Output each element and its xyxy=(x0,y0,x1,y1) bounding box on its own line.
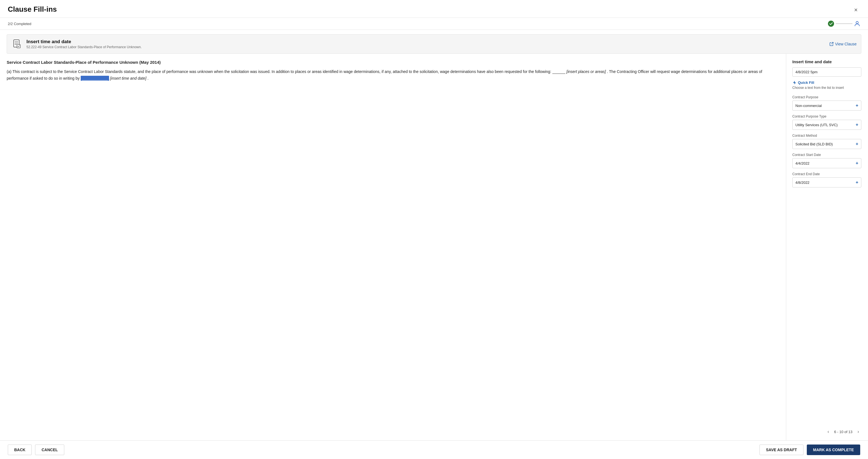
back-button[interactable]: BACK xyxy=(8,444,32,455)
quick-fill-section: Quick Fill Choose a text from the list t… xyxy=(792,81,861,93)
footer-right: SAVE AS DRAFT MARK AS COMPLETE xyxy=(760,444,860,455)
contract-purpose-value: Non-commercial xyxy=(796,104,822,108)
body-before: (a) This contract is subject to the Serv… xyxy=(7,69,565,74)
contract-method-dropdown[interactable]: Solicited Bid (SLD BID) + xyxy=(792,139,861,149)
contract-end-date-plus-icon: + xyxy=(856,180,858,185)
progress-check-icon xyxy=(828,21,834,27)
person-icon xyxy=(854,21,860,27)
pagination-prev[interactable]: ‹ xyxy=(825,429,831,435)
modal-title: Clause Fill-ins xyxy=(8,5,57,13)
contract-method-section: Contract Method Solicited Bid (SLD BID) … xyxy=(792,134,861,153)
italic-places: [insert places or areas] xyxy=(566,69,606,74)
contract-end-date-value: 4/8/2022 xyxy=(796,180,810,185)
clause-card-info: Insert time and date 52.222-49 Service C… xyxy=(26,39,142,49)
quick-fill-desc: Choose a text from the list to insert xyxy=(792,86,861,90)
clause-card-subtitle: 52.222-49 Service Contract Labor Standar… xyxy=(26,45,142,49)
close-icon[interactable]: × xyxy=(854,6,860,12)
document-icon xyxy=(11,38,23,50)
contract-purpose-type-label: Contract Purpose Type xyxy=(792,114,861,118)
progress-label: 2/2 Completed xyxy=(8,22,31,26)
contract-start-date-section: Contract Start Date 4/4/2022 + xyxy=(792,153,861,172)
contract-purpose-dropdown[interactable]: Non-commercial + xyxy=(792,101,861,111)
contract-purpose-type-dropdown[interactable]: Utility Services (UTL SVC) + xyxy=(792,120,861,130)
cancel-button[interactable]: CANCEL xyxy=(35,444,64,455)
contract-purpose-type-value: Utility Services (UTL SVC) xyxy=(796,123,838,127)
contract-start-date-label: Contract Start Date xyxy=(792,153,861,157)
body-end: . xyxy=(148,76,149,81)
progress-icons xyxy=(828,21,860,27)
clause-card: Insert time and date 52.222-49 Service C… xyxy=(7,34,861,54)
contract-purpose-label: Contract Purpose xyxy=(792,95,861,99)
contract-method-label: Contract Method xyxy=(792,134,861,138)
main-body: Insert time and date 52.222-49 Service C… xyxy=(0,30,868,440)
clause-card-left: Insert time and date 52.222-49 Service C… xyxy=(11,38,142,50)
footer-left: BACK CANCEL xyxy=(8,444,64,455)
text-panel-title: Service Contract Labor Standards-Place o… xyxy=(7,60,778,65)
contract-end-date-dropdown[interactable]: 4/8/2022 + xyxy=(792,177,861,188)
highlight-time-date: ____________ xyxy=(81,76,109,81)
contract-purpose-plus-icon: + xyxy=(856,103,858,108)
right-panel: Insert time and date Quick Fill Choose a… xyxy=(786,54,861,440)
contract-purpose-type-plus-icon: + xyxy=(856,122,858,127)
text-panel: Service Contract Labor Standards-Place o… xyxy=(7,54,786,440)
contract-end-date-label: Contract End Date xyxy=(792,172,861,176)
contract-start-date-value: 4/4/2022 xyxy=(796,161,810,166)
pagination-next[interactable]: › xyxy=(855,429,861,435)
pagination-row: ‹ 6 - 10 of 13 › xyxy=(792,426,861,435)
split-area: Service Contract Labor Standards-Place o… xyxy=(7,54,861,440)
svg-point-0 xyxy=(856,22,858,24)
mark-complete-button[interactable]: MARK AS COMPLETE xyxy=(807,444,860,455)
progress-connector xyxy=(836,23,852,24)
progress-area: 2/2 Completed xyxy=(0,18,868,30)
view-clause-label: View Clause xyxy=(835,42,857,46)
external-link-icon xyxy=(830,42,834,46)
contract-end-date-section: Contract End Date 4/8/2022 + xyxy=(792,172,861,191)
save-draft-button[interactable]: SAVE AS DRAFT xyxy=(760,444,803,455)
contract-purpose-section: Contract Purpose Non-commercial + xyxy=(792,95,861,114)
contract-start-date-plus-icon: + xyxy=(856,161,858,166)
modal-footer: BACK CANCEL SAVE AS DRAFT MARK AS COMPLE… xyxy=(0,440,868,459)
clause-card-title: Insert time and date xyxy=(26,39,142,45)
contract-method-plus-icon: + xyxy=(856,142,858,146)
contract-purpose-type-section: Contract Purpose Type Utility Services (… xyxy=(792,114,861,134)
pagination-label: 6 - 10 of 13 xyxy=(834,430,852,434)
text-panel-body: (a) This contract is subject to the Serv… xyxy=(7,68,778,82)
date-input[interactable] xyxy=(792,67,861,77)
contract-method-value: Solicited Bid (SLD BID) xyxy=(796,142,833,146)
contract-start-date-dropdown[interactable]: 4/4/2022 + xyxy=(792,158,861,168)
lightning-icon xyxy=(792,81,796,85)
italic-time-date: [insert time and date] xyxy=(110,76,146,81)
right-panel-heading: Insert time and date xyxy=(792,59,861,64)
modal-header: Clause Fill-ins × xyxy=(0,0,868,18)
quick-fill-label: Quick Fill xyxy=(792,81,861,85)
view-clause-link[interactable]: View Clause xyxy=(830,42,857,46)
